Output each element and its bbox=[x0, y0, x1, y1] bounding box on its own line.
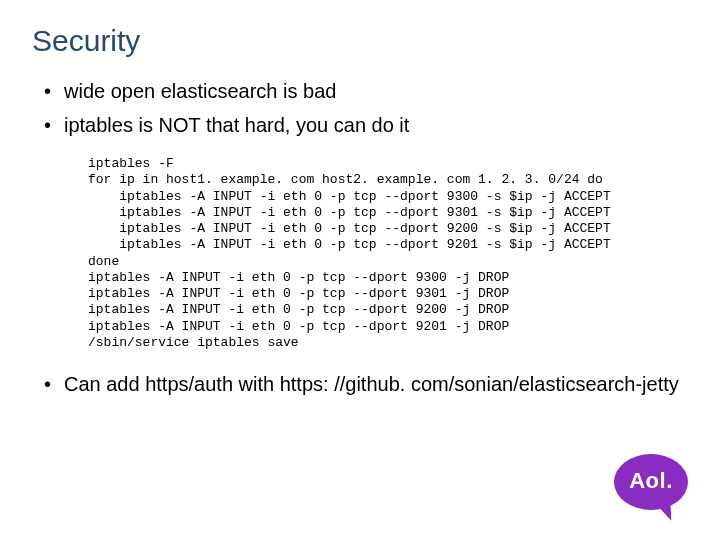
bullet-item-3: Can add https/auth with https: //github.… bbox=[42, 369, 688, 399]
bullet-list: wide open elasticsearch is bad iptables … bbox=[42, 76, 688, 140]
aol-logo: Aol. bbox=[608, 454, 694, 526]
slide-title: Security bbox=[32, 24, 688, 58]
code-block: iptables -F for ip in host1. example. co… bbox=[88, 156, 688, 351]
bullet-item-1: wide open elasticsearch is bad bbox=[42, 76, 688, 106]
bullet-item-2: iptables is NOT that hard, you can do it bbox=[42, 110, 688, 140]
logo-text: Aol. bbox=[629, 468, 673, 494]
speech-bubble-icon: Aol. bbox=[614, 454, 688, 510]
bullet-list-2: Can add https/auth with https: //github.… bbox=[42, 369, 688, 399]
